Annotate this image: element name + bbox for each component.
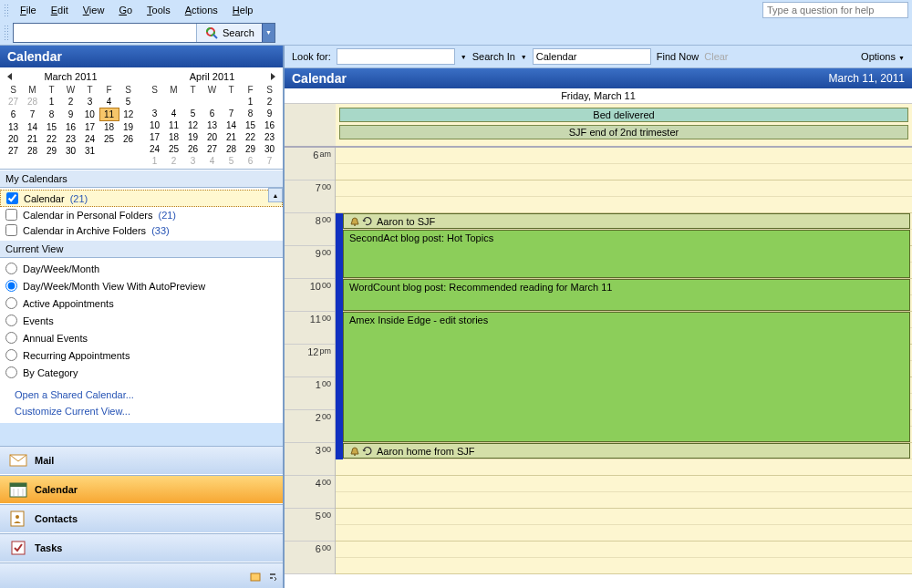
calendar-day[interactable]: 23: [260, 131, 279, 143]
view-radio[interactable]: [5, 315, 17, 326]
calendar-day[interactable]: [99, 145, 119, 157]
nav-mail[interactable]: Mail: [0, 446, 283, 475]
calendar-day[interactable]: 10: [80, 108, 99, 121]
calendar-day[interactable]: 16: [260, 119, 279, 131]
calendar-day[interactable]: 30: [260, 143, 279, 155]
event-area[interactable]: Aaron to SJFSecondAct blog post: Hot Top…: [336, 148, 912, 574]
sidebar-link[interactable]: Open a Shared Calendar...: [0, 387, 283, 403]
calendar-day[interactable]: 31: [80, 145, 99, 157]
allday-event[interactable]: Bed delivered: [339, 108, 908, 122]
calendar-day[interactable]: 4: [99, 96, 119, 108]
calendar-checkbox[interactable]: [5, 209, 17, 221]
calendar-day[interactable]: 22: [42, 133, 61, 145]
calendar-day[interactable]: 20: [202, 131, 222, 143]
current-view-header[interactable]: Current View: [0, 240, 283, 258]
calendar-day[interactable]: 3: [80, 96, 99, 108]
calendar-day[interactable]: 24: [80, 133, 99, 145]
calendar-day[interactable]: 26: [119, 133, 138, 145]
nav-tasks[interactable]: Tasks: [0, 533, 283, 562]
view-radio[interactable]: [5, 332, 17, 344]
find-now-button[interactable]: Find Now: [657, 51, 699, 62]
calendar-day[interactable]: 8: [42, 108, 61, 121]
calendar-day[interactable]: 20: [4, 133, 23, 145]
calendar-day[interactable]: 25: [99, 133, 119, 145]
calendar-day[interactable]: 29: [241, 143, 260, 155]
calendar-day[interactable]: 6: [4, 108, 23, 121]
view-radio-row[interactable]: Recurring Appointments: [0, 346, 283, 364]
my-calendars-header[interactable]: My Calendars: [0, 170, 283, 188]
next-month-button[interactable]: [271, 73, 275, 80]
calendar-day[interactable]: 14: [23, 121, 42, 134]
appointment[interactable]: WordCount blog post: Recommended reading…: [343, 279, 910, 311]
calendar-day[interactable]: 9: [260, 108, 279, 119]
calendar-day[interactable]: 6: [202, 108, 222, 119]
calendar-day[interactable]: 29: [42, 145, 61, 157]
calendar-day[interactable]: 14: [222, 119, 241, 131]
calendar-day[interactable]: 15: [42, 121, 61, 134]
calendar-day[interactable]: 5: [183, 108, 202, 119]
view-radio-row[interactable]: Day/Week/Month View With AutoPreview: [0, 277, 283, 294]
day-header[interactable]: Friday, March 11: [285, 88, 912, 104]
view-radio-row[interactable]: Events: [0, 312, 283, 329]
calendar-day[interactable]: 12: [119, 108, 138, 121]
view-radio[interactable]: [5, 366, 17, 378]
search-input[interactable]: [14, 24, 196, 42]
calendar-day[interactable]: 4: [202, 155, 222, 167]
allday-event[interactable]: SJF end of 2nd trimester: [339, 125, 908, 139]
view-radio-row[interactable]: Annual Events: [0, 329, 283, 346]
calendar-day[interactable]: 16: [61, 121, 80, 134]
calendar-day[interactable]: 15: [241, 119, 260, 131]
calendar-day[interactable]: 5: [119, 96, 138, 108]
lookfor-input[interactable]: [337, 48, 455, 65]
calendar-day[interactable]: 21: [222, 131, 241, 143]
searchin-value[interactable]: [533, 48, 651, 65]
calendar-checkbox-row[interactable]: Calendar in Personal Folders (21): [0, 207, 283, 222]
calendar-day[interactable]: 21: [23, 133, 42, 145]
calendar-day[interactable]: 1: [241, 96, 260, 108]
calendar-day[interactable]: 17: [80, 121, 99, 134]
view-radio[interactable]: [5, 263, 17, 274]
calendar-day[interactable]: 12: [183, 119, 202, 131]
calendar-day[interactable]: [183, 96, 202, 108]
menu-help[interactable]: Help: [225, 3, 261, 17]
view-radio-row[interactable]: Day/Week/Month: [0, 260, 283, 277]
calendar-day[interactable]: [202, 96, 222, 108]
view-radio-row[interactable]: By Category: [0, 364, 283, 381]
calendar-day[interactable]: 27: [202, 143, 222, 155]
calendar-day[interactable]: 23: [61, 133, 80, 145]
calendar-day[interactable]: 17: [145, 131, 164, 143]
calendar-day[interactable]: 11: [164, 119, 183, 131]
calendar-day[interactable]: 25: [164, 143, 183, 155]
scroll-up-button[interactable]: ▲: [268, 188, 283, 202]
view-radio-row[interactable]: Active Appointments: [0, 294, 283, 312]
options-button[interactable]: Options ▼: [861, 51, 905, 62]
sidebar-link[interactable]: Customize Current View...: [0, 403, 283, 419]
calendar-day[interactable]: 6: [241, 155, 260, 167]
menu-tools[interactable]: Tools: [140, 3, 178, 17]
view-radio[interactable]: [5, 349, 17, 361]
calendar-checkbox[interactable]: [5, 224, 17, 236]
calendar-day[interactable]: 2: [61, 96, 80, 108]
appointment[interactable]: Aaron to SJF: [343, 213, 910, 229]
calendar-day[interactable]: 9: [61, 108, 80, 121]
calendar-day[interactable]: 2: [164, 155, 183, 167]
calendar-day[interactable]: 18: [164, 131, 183, 143]
calendar-day[interactable]: 7: [222, 108, 241, 119]
calendar-day[interactable]: 18: [99, 121, 119, 134]
calendar-day[interactable]: 3: [145, 108, 164, 119]
appointment[interactable]: SecondAct blog post: Hot Topics: [343, 230, 910, 278]
menu-actions[interactable]: Actions: [178, 3, 225, 17]
calendar-day[interactable]: 22: [241, 131, 260, 143]
clear-button[interactable]: Clear: [704, 51, 728, 62]
menu-edit[interactable]: Edit: [44, 3, 76, 17]
calendar-day[interactable]: 13: [202, 119, 222, 131]
calendar-day[interactable]: 27: [4, 145, 23, 157]
calendar-day[interactable]: [164, 96, 183, 108]
toolbar-grip[interactable]: [4, 25, 9, 41]
calendar-day[interactable]: 11: [99, 108, 119, 121]
calendar-day[interactable]: 2: [260, 96, 279, 108]
calendar-day[interactable]: 26: [183, 143, 202, 155]
menu-file[interactable]: File: [13, 3, 44, 17]
calendar-day[interactable]: 28: [23, 145, 42, 157]
calendar-day[interactable]: 3: [183, 155, 202, 167]
